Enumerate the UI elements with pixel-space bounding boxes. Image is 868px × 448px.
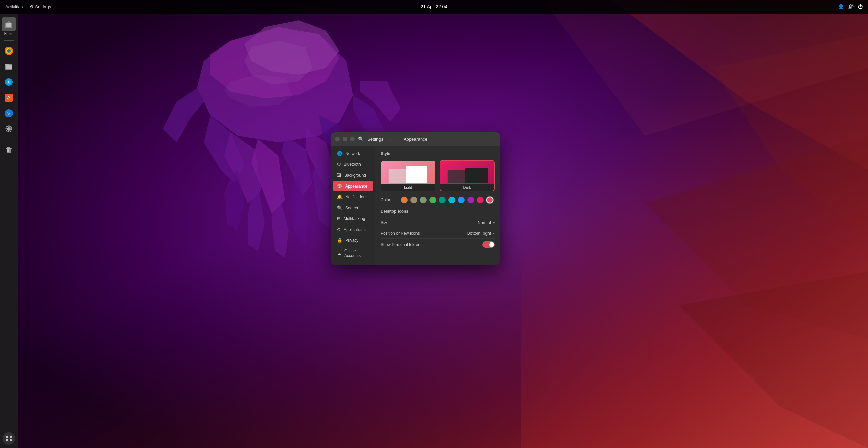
svg-marker-9 <box>204 115 244 183</box>
color-swatch-tan[interactable] <box>410 197 417 203</box>
online-accounts-icon: ☁ <box>337 251 341 256</box>
dock-item-help[interactable]: ? <box>2 106 16 120</box>
titlebar-search-icon[interactable]: 🔍 <box>358 136 364 142</box>
svg-marker-10 <box>224 132 261 203</box>
svg-marker-7 <box>210 27 339 98</box>
svg-text:A: A <box>7 95 11 100</box>
restore-button[interactable] <box>343 137 347 141</box>
size-dropdown[interactable]: Normal ▾ <box>478 220 495 225</box>
sidebar-item-appearance[interactable]: 🎨 Appearance <box>333 181 373 191</box>
trash-icon <box>4 145 14 154</box>
home-icon-svg <box>5 20 13 28</box>
sidebar-item-notifications[interactable]: 🔔 Notifications <box>333 192 373 202</box>
dark-preview <box>440 161 494 184</box>
settings-titlebar: 🔍 Settings ≡ Appearance <box>331 132 500 146</box>
thunderbird-icon <box>4 77 14 87</box>
sidebar-applications-label: Applications <box>344 227 366 232</box>
color-swatch-blue[interactable] <box>458 197 465 203</box>
svg-text:?: ? <box>7 111 10 116</box>
color-swatch-purple[interactable] <box>467 197 474 203</box>
svg-rect-48 <box>6 436 8 438</box>
sidebar-item-online-accounts[interactable]: ☁ Online Accounts <box>333 246 373 261</box>
dock-item-settings[interactable] <box>2 122 16 136</box>
window-controls <box>335 137 355 141</box>
sidebar-background-label: Background <box>344 173 366 178</box>
close-button[interactable] <box>350 137 355 141</box>
dark-label: Dark <box>440 184 494 191</box>
color-swatch-orange[interactable] <box>401 197 408 203</box>
sidebar-appearance-label: Appearance <box>345 184 367 189</box>
position-dropdown[interactable]: Bottom Right ▾ <box>467 231 495 236</box>
sidebar-bluetooth-label: Bluetooth <box>344 162 361 167</box>
settings-icon <box>4 124 14 134</box>
notifications-icon: 🔔 <box>337 194 343 199</box>
svg-marker-20 <box>272 190 289 258</box>
light-preview <box>381 161 435 184</box>
settings-body: 🌐 Network ⬡ Bluetooth 🖼 Background 🎨 App… <box>331 146 500 265</box>
files-icon <box>4 62 14 71</box>
sidebar-item-sharing[interactable]: ⊂ Sharing <box>333 261 373 265</box>
personal-folder-toggle[interactable] <box>482 241 495 248</box>
dock-item-software[interactable]: A <box>2 91 16 104</box>
dock-item-firefox[interactable] <box>2 44 16 58</box>
bluetooth-icon: ⬡ <box>337 162 341 167</box>
sidebar-privacy-label: Privacy <box>345 238 358 243</box>
dock-home[interactable]: Home <box>2 17 16 36</box>
color-swatches <box>401 197 493 203</box>
activities-label[interactable]: Activities <box>5 4 23 9</box>
power-indicator-icon: ⏻ <box>858 4 863 9</box>
sidebar-item-background[interactable]: 🖼 Background <box>333 170 373 180</box>
color-swatch-red[interactable] <box>486 197 493 203</box>
svg-marker-12 <box>282 136 312 197</box>
sidebar-item-search[interactable]: 🔍 Search <box>333 202 373 213</box>
sidebar-item-applications[interactable]: ⊙ Applications <box>333 224 373 235</box>
size-row: Size Normal ▾ <box>381 218 495 228</box>
minimize-button[interactable] <box>335 137 340 141</box>
search-sidebar-icon: 🔍 <box>337 205 343 210</box>
titlebar-title-settings: Settings <box>367 137 383 142</box>
topbar: Activities ⚙ Settings 21 Apr 22:04 👤 🔊 ⏻ <box>0 0 868 14</box>
topbar-settings-item[interactable]: ⚙ Settings <box>30 4 51 9</box>
topbar-right: 👤 🔊 ⏻ <box>838 4 863 9</box>
dock-divider-1 <box>4 40 14 41</box>
svg-marker-17 <box>360 81 401 122</box>
multitasking-icon: ⊞ <box>337 216 341 221</box>
dock-item-trash[interactable] <box>2 143 16 156</box>
home-folder-icon[interactable] <box>2 17 16 31</box>
color-swatch-cyan[interactable] <box>448 197 455 203</box>
position-row: Position of New Icons Bottom Right ▾ <box>381 228 495 239</box>
color-swatch-pink[interactable] <box>477 197 484 203</box>
light-window-mockup <box>387 166 429 183</box>
color-swatch-sage[interactable] <box>420 197 427 203</box>
svg-marker-8 <box>244 20 339 75</box>
svg-rect-50 <box>6 439 8 441</box>
apps-grid-button[interactable] <box>3 432 15 445</box>
color-swatch-green[interactable] <box>429 197 436 203</box>
sidebar-item-network[interactable]: 🌐 Network <box>333 148 373 159</box>
sidebar-item-bluetooth[interactable]: ⬡ Bluetooth <box>333 159 373 170</box>
settings-main-panel: Style Light <box>375 146 500 265</box>
svg-marker-15 <box>163 88 204 142</box>
settings-window: 🔍 Settings ≡ Appearance 🌐 Network ⬡ Blue… <box>331 132 500 265</box>
dock-item-thunderbird[interactable] <box>2 75 16 89</box>
firefox-icon <box>4 46 14 56</box>
sidebar-search-label: Search <box>345 206 358 210</box>
svg-marker-22 <box>312 163 333 227</box>
color-swatch-teal[interactable] <box>439 197 446 203</box>
titlebar-left-section: 🔍 Settings ≡ <box>335 136 392 142</box>
network-indicator-icon: 👤 <box>838 4 844 9</box>
sidebar-item-privacy[interactable]: 🔒 Privacy <box>333 235 373 246</box>
svg-rect-27 <box>6 23 11 27</box>
svg-marker-4 <box>645 136 868 339</box>
style-card-light[interactable]: Light <box>381 160 436 191</box>
volume-icon: 🔊 <box>848 4 854 9</box>
topbar-datetime: 21 Apr 22:04 <box>421 4 447 9</box>
dock-item-files[interactable] <box>2 60 16 73</box>
sidebar-notifications-label: Notifications <box>345 195 367 199</box>
position-dropdown-arrow: ▾ <box>493 232 495 235</box>
style-card-dark[interactable]: Dark <box>440 160 495 191</box>
dock-bottom <box>3 432 15 445</box>
applications-icon: ⊙ <box>337 227 341 232</box>
titlebar-menu-icon[interactable]: ≡ <box>389 136 392 142</box>
sidebar-item-multitasking[interactable]: ⊞ Multitasking <box>333 213 373 224</box>
